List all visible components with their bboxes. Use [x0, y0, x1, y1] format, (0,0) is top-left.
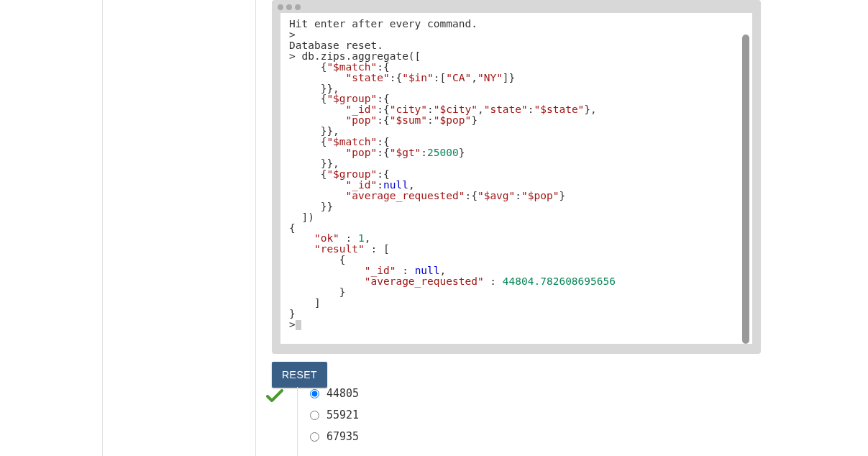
reset-button[interactable]: RESET	[272, 362, 327, 388]
k-pop1: "pop"	[346, 114, 378, 126]
answer-label: 44805	[326, 387, 359, 400]
answers-list: 44805 55921 67935	[297, 387, 359, 452]
v-pop1: "$pop"	[434, 114, 471, 126]
reset-line: Database reset.	[289, 40, 383, 51]
check-icon	[266, 389, 283, 403]
answer-option[interactable]: 55921	[297, 409, 359, 421]
terminal-code: Hit enter after every command. > Databas…	[289, 19, 744, 330]
v-pop2: "$pop"	[521, 190, 559, 201]
k-avg: "$avg"	[478, 190, 515, 201]
cmd-prefix: >	[289, 50, 301, 62]
k-id1: "_id"	[346, 104, 378, 115]
answer-label: 55921	[326, 409, 359, 421]
op-match1: "$match"	[326, 61, 377, 73]
k-gt: "$gt"	[390, 147, 421, 158]
v-ca: "CA"	[446, 72, 471, 83]
dot-close	[278, 4, 283, 10]
v-ny: "NY"	[478, 72, 503, 83]
v-city: "$city"	[434, 104, 478, 115]
intro-line: Hit enter after every command.	[289, 18, 478, 29]
dot-min	[286, 4, 292, 10]
prompt: >	[289, 29, 296, 40]
k-avgres: "average_requested"	[365, 275, 484, 287]
dot-max	[295, 4, 301, 10]
v-null1: null	[383, 179, 408, 191]
divider-content	[255, 0, 256, 456]
k-result: "result"	[314, 243, 365, 255]
k-id3: "_id"	[365, 265, 396, 276]
k-pop2: "pop"	[346, 147, 378, 158]
radio-44805[interactable]	[310, 389, 319, 398]
cursor	[296, 320, 301, 330]
k-avgreq: "average_requested"	[346, 190, 465, 201]
k-state: "state"	[346, 72, 390, 83]
radio-55921[interactable]	[310, 411, 319, 420]
radio-67935[interactable]	[310, 432, 319, 442]
v-state: "$state"	[534, 104, 585, 115]
divider-left	[102, 0, 103, 456]
terminal-window: Hit enter after every command. > Databas…	[272, 0, 761, 354]
scrollbar[interactable]	[742, 35, 749, 344]
v-25000: 25000	[427, 147, 459, 158]
terminal-body[interactable]: Hit enter after every command. > Databas…	[280, 13, 752, 344]
k-ok: "ok"	[314, 232, 339, 244]
answer-option[interactable]: 44805	[297, 387, 359, 400]
answer-option[interactable]: 67935	[297, 430, 359, 443]
v-ok: 1	[358, 232, 365, 244]
k-sum: "$sum"	[390, 114, 427, 126]
op-match2: "$match"	[326, 136, 377, 147]
answer-label: 67935	[326, 430, 359, 443]
v-avgres: 44804.782608695656	[503, 275, 616, 287]
k-city: "city"	[390, 104, 427, 115]
op-group1: "$group"	[326, 93, 377, 104]
window-dots	[272, 1, 761, 13]
cmd-head: db.zips.aggregate([	[301, 50, 421, 62]
k-state2: "state"	[484, 104, 528, 115]
k-id2: "_id"	[346, 179, 378, 191]
v-null2: null	[415, 265, 440, 276]
op-group2: "$group"	[326, 168, 377, 180]
k-in: "$in"	[402, 72, 434, 83]
